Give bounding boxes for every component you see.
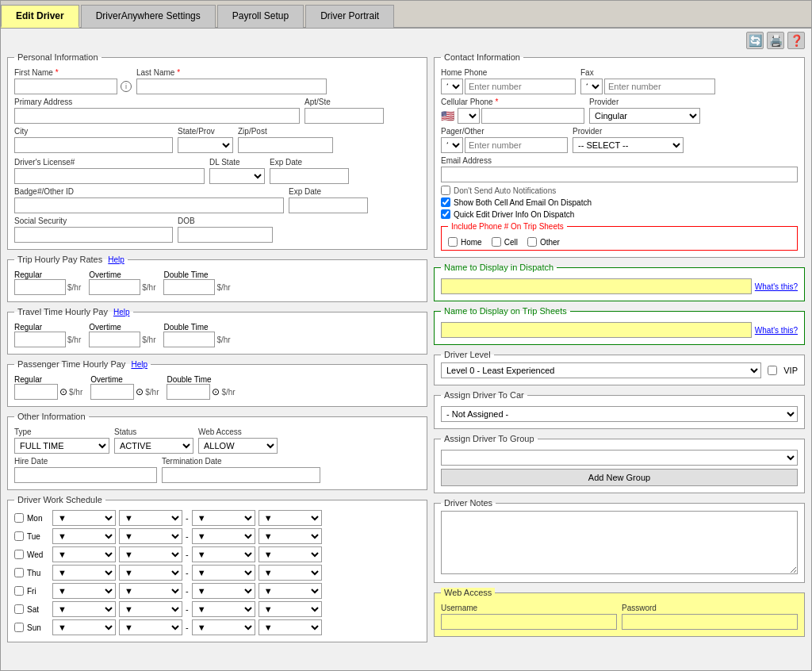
- schedule-end2-wed[interactable]: ▼: [259, 546, 322, 562]
- schedule-check-thu[interactable]: [14, 568, 24, 577]
- username-input[interactable]: driver: [441, 614, 617, 630]
- hire-date-input[interactable]: [14, 467, 157, 483]
- print-icon[interactable]: 🖨️: [767, 32, 784, 49]
- dont-send-checkbox[interactable]: [441, 186, 450, 195]
- name-trip-whats-this[interactable]: What's this?: [755, 326, 798, 335]
- status-select[interactable]: ACTIVE INACTIVE: [114, 438, 193, 454]
- tab-edit-driver[interactable]: Edit Driver: [1, 5, 79, 28]
- dl-state-select[interactable]: [209, 168, 265, 184]
- trip-overtime-input[interactable]: 0.00: [89, 279, 140, 295]
- ssn-input[interactable]: [14, 227, 173, 243]
- home-phone-prefix-select[interactable]: ?: [441, 79, 463, 94]
- schedule-start1-sun[interactable]: ▼: [52, 619, 116, 635]
- cell-phone-checkbox[interactable]: [492, 237, 501, 247]
- email-input[interactable]: [441, 167, 798, 182]
- pager-prefix-select[interactable]: ?: [441, 137, 463, 153]
- schedule-check-tue[interactable]: [14, 531, 24, 541]
- passenger-overtime-circle[interactable]: ⊙: [136, 386, 144, 397]
- schedule-start1-fri[interactable]: ▼: [52, 583, 116, 599]
- schedule-end2-tue[interactable]: ▼: [259, 528, 322, 544]
- assign-group-select[interactable]: [441, 450, 798, 466]
- city-input[interactable]: [14, 137, 173, 153]
- tab-payroll-setup[interactable]: Payroll Setup: [217, 5, 304, 28]
- license-input[interactable]: [14, 168, 205, 184]
- schedule-start2-wed[interactable]: ▼: [119, 546, 182, 562]
- password-input[interactable]: 1234: [622, 614, 798, 630]
- exp-date-input[interactable]: [270, 168, 349, 184]
- dob-input[interactable]: [178, 227, 273, 243]
- schedule-end1-tue[interactable]: ▼: [192, 528, 255, 544]
- schedule-end1-thu[interactable]: ▼: [192, 565, 255, 581]
- schedule-check-wed[interactable]: [14, 550, 24, 559]
- schedule-start1-tue[interactable]: ▼: [52, 528, 116, 544]
- pager-input[interactable]: [465, 137, 568, 153]
- other-phone-checkbox[interactable]: [527, 237, 537, 247]
- travel-double-input[interactable]: 0.00: [163, 332, 215, 347]
- passenger-regular-input[interactable]: 0.00: [14, 384, 58, 400]
- name-dispatch-input[interactable]: [441, 278, 752, 294]
- trip-regular-input[interactable]: 0.00: [14, 279, 66, 295]
- provider-select[interactable]: Cingular Verizon AT&T T-Mobile: [589, 108, 700, 124]
- vip-checkbox[interactable]: [768, 366, 777, 375]
- quick-edit-checkbox[interactable]: [441, 209, 450, 219]
- schedule-start2-sat[interactable]: ▼: [119, 601, 182, 617]
- tab-driver-anywhere[interactable]: DriverAnywhere Settings: [81, 5, 216, 28]
- trip-double-input[interactable]: 0.00: [163, 279, 215, 295]
- passenger-double-input[interactable]: 0.00: [167, 384, 210, 400]
- schedule-start1-mon[interactable]: ▼: [52, 510, 116, 526]
- state-select[interactable]: [178, 137, 233, 153]
- add-group-button[interactable]: Add New Group: [441, 469, 798, 486]
- cellular-input[interactable]: (469) 955-1554: [481, 108, 584, 124]
- passenger-double-circle[interactable]: ⊙: [212, 386, 220, 397]
- passenger-overtime-input[interactable]: 0.00: [90, 384, 134, 400]
- fax-input[interactable]: [604, 79, 715, 94]
- travel-overtime-input[interactable]: 0.00: [89, 332, 140, 347]
- show-both-checkbox[interactable]: [441, 197, 450, 207]
- schedule-start1-wed[interactable]: ▼: [52, 546, 116, 562]
- schedule-end2-fri[interactable]: ▼: [259, 583, 322, 599]
- refresh-icon[interactable]: 🔄: [746, 32, 764, 49]
- schedule-end1-sat[interactable]: ▼: [192, 601, 255, 617]
- driver-notes-textarea[interactable]: [441, 511, 798, 574]
- type-select[interactable]: FULL TIME PART TIME CONTRACT: [14, 438, 109, 454]
- travel-time-help[interactable]: Help: [113, 308, 130, 316]
- name-dispatch-whats-this[interactable]: What's this?: [755, 282, 798, 291]
- schedule-end2-sat[interactable]: ▼: [259, 601, 322, 617]
- schedule-check-mon[interactable]: [14, 513, 24, 523]
- first-name-input[interactable]: Driver: [14, 79, 117, 94]
- primary-address-input[interactable]: [14, 108, 300, 124]
- pager-provider-select[interactable]: -- SELECT --: [573, 137, 684, 153]
- passenger-time-help[interactable]: Help: [131, 360, 147, 369]
- cellular-prefix-select[interactable]: ▼: [458, 108, 480, 124]
- schedule-start2-tue[interactable]: ▼: [119, 528, 182, 544]
- schedule-start1-sat[interactable]: ▼: [52, 601, 116, 617]
- passenger-regular-circle[interactable]: ⊙: [59, 386, 67, 397]
- travel-regular-input[interactable]: 0.00: [14, 332, 66, 347]
- schedule-end1-mon[interactable]: ▼: [192, 510, 255, 526]
- badge-exp-input[interactable]: [289, 197, 368, 213]
- schedule-start1-thu[interactable]: ▼: [52, 565, 116, 581]
- schedule-end2-mon[interactable]: ▼: [259, 510, 322, 526]
- zip-input[interactable]: [238, 137, 333, 153]
- assign-car-select[interactable]: - Not Assigned -: [441, 406, 798, 422]
- apt-input[interactable]: [304, 108, 384, 124]
- schedule-end2-sun[interactable]: ▼: [259, 619, 322, 635]
- schedule-start2-sun[interactable]: ▼: [119, 619, 182, 635]
- web-access-select[interactable]: ALLOW DENY: [198, 438, 278, 454]
- schedule-end1-sun[interactable]: ▼: [192, 619, 255, 635]
- schedule-check-fri[interactable]: [14, 586, 24, 596]
- home-phone-checkbox[interactable]: [448, 237, 458, 247]
- schedule-start2-thu[interactable]: ▼: [119, 565, 182, 581]
- schedule-start2-mon[interactable]: ▼: [119, 510, 182, 526]
- fax-prefix-select[interactable]: ?: [580, 79, 603, 94]
- trip-hourly-help[interactable]: Help: [108, 255, 124, 264]
- schedule-end1-fri[interactable]: ▼: [192, 583, 255, 599]
- schedule-end1-wed[interactable]: ▼: [192, 546, 255, 562]
- name-trip-input[interactable]: [441, 322, 752, 338]
- schedule-end2-thu[interactable]: ▼: [259, 565, 322, 581]
- schedule-check-sun[interactable]: [14, 623, 24, 632]
- tab-driver-portrait[interactable]: Driver Portrait: [305, 5, 394, 28]
- home-phone-input[interactable]: [465, 79, 576, 94]
- last-name-input[interactable]: Driven: [136, 79, 327, 94]
- help-icon[interactable]: ❓: [787, 32, 805, 49]
